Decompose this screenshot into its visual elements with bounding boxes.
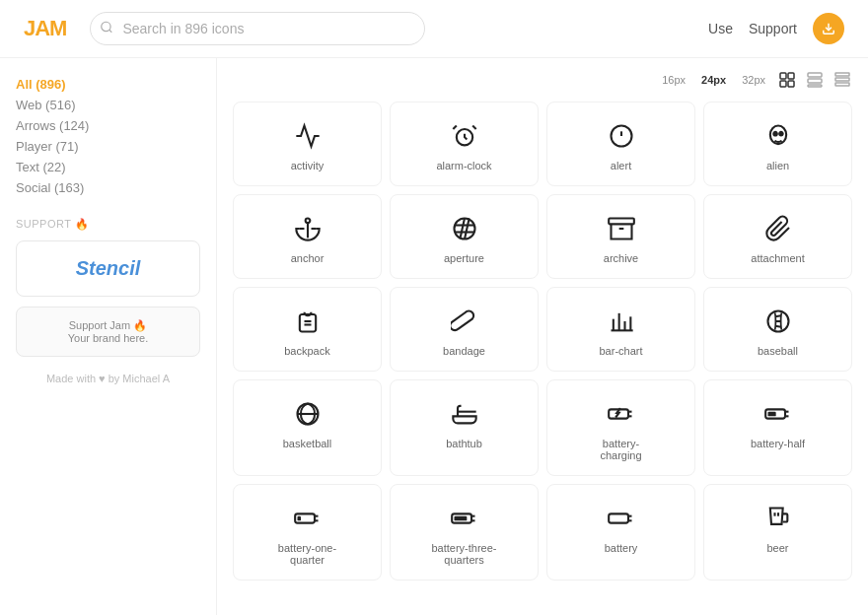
view-compact[interactable] [832,70,852,90]
svg-rect-5 [780,81,786,87]
icon-grid: activity alarm-clock alert [233,102,852,581]
icon-label-aperture: aperture [444,252,484,264]
alert-icon [608,122,635,150]
sponsor-text-2: Your brand here. [29,332,187,344]
archive-icon [608,215,635,242]
size-16px[interactable]: 16px [658,72,689,88]
icon-card-activity[interactable]: activity [233,102,382,186]
icon-card-battery-three-quarters[interactable]: battery-three- quarters [390,484,539,581]
icon-card-battery-half[interactable]: battery-half [703,379,852,476]
icon-card-bar-chart[interactable]: bar-chart [546,287,695,372]
view-list[interactable] [805,70,825,90]
bandage-icon [451,308,478,335]
sidebar-item-social[interactable]: Social (163) [16,177,200,198]
icon-card-baseball[interactable]: baseball [703,287,852,372]
sidebar-item-all[interactable]: All (896) [16,74,200,95]
svg-rect-33 [299,314,315,332]
svg-rect-53 [767,412,775,417]
svg-line-15 [472,126,476,130]
icon-label-bar-chart: bar-chart [599,345,642,357]
sidebar-item-text[interactable]: Text (22) [16,157,200,177]
svg-point-0 [102,22,110,31]
icon-card-battery[interactable]: battery [546,484,695,581]
view-outline[interactable] [777,70,797,90]
svg-line-46 [775,326,781,327]
content-area: 16px 24px 32px [217,58,868,615]
icon-label-bathtub: bathtub [446,438,482,449]
header-right: Use Support [708,13,844,44]
stencil-card[interactable]: Stencil [16,240,200,297]
battery-charging-icon [608,400,635,428]
icon-card-beer[interactable]: beer [703,484,852,581]
sponsor-card[interactable]: Support Jam 🔥 Your brand here. [16,307,200,357]
icon-label-battery-three-quarters: battery-three- quarters [431,542,496,566]
svg-line-29 [460,219,465,239]
icon-label-backpack: backpack [284,345,329,357]
battery-one-quarter-icon [294,505,322,532]
icon-card-alien[interactable]: alien [703,102,852,186]
size-24px[interactable]: 24px [697,72,730,88]
icon-card-bandage[interactable]: bandage [390,287,539,372]
icon-label-bandage: bandage [443,345,485,357]
icon-card-backpack[interactable]: backpack [233,287,382,372]
sidebar-item-web[interactable]: Web (516) [16,95,200,115]
battery-icon [608,505,635,532]
icon-label-attachment: attachment [751,252,804,264]
svg-rect-6 [788,81,794,87]
icon-card-aperture[interactable]: aperture [390,194,539,279]
icon-card-battery-charging[interactable]: battery- charging [546,379,695,476]
nav-use[interactable]: Use [708,21,733,36]
aperture-icon [451,215,478,242]
icon-label-alert: alert [611,160,631,171]
icon-card-archive[interactable]: archive [546,194,695,279]
nav-support[interactable]: Support [749,21,797,36]
svg-point-20 [773,132,777,136]
attachment-icon [764,215,792,242]
sidebar-item-player[interactable]: Player (71) [16,136,200,157]
icon-card-attachment[interactable]: attachment [703,194,852,279]
icon-label-battery-half: battery-half [751,438,805,449]
svg-point-21 [779,132,783,136]
icon-label-archive: archive [604,252,638,264]
svg-rect-11 [835,78,849,81]
size-32px[interactable]: 32px [738,72,769,88]
alien-icon [764,122,792,150]
icon-label-battery-one-quarter: battery-one- quarter [278,542,336,566]
search-input[interactable] [90,12,425,45]
bathtub-icon [451,400,478,428]
bar-chart-icon [608,308,635,335]
icon-card-bathtub[interactable]: bathtub [390,379,539,476]
main-layout: All (896) Web (516) Arrows (124) Player … [0,58,868,615]
icon-card-alarm-clock[interactable]: alarm-clock [390,102,539,186]
battery-three-quarters-icon [451,505,478,532]
backpack-icon [294,308,322,335]
icon-label-battery: battery [605,542,638,554]
icon-card-battery-one-quarter[interactable]: battery-one- quarter [233,484,382,581]
icon-card-basketball[interactable]: basketball [233,379,382,476]
sidebar-item-arrows[interactable]: Arrows (124) [16,115,200,136]
icon-card-anchor[interactable]: anchor [233,194,382,279]
icon-label-battery-charging: battery- charging [600,438,641,461]
svg-line-14 [453,126,457,130]
svg-rect-12 [835,83,849,86]
stencil-logo: Stencil [33,257,183,280]
svg-line-1 [109,30,112,33]
made-with: Made with ♥ by Michael A [16,373,200,384]
svg-rect-9 [808,85,822,87]
icon-label-baseball: baseball [758,345,798,357]
icon-label-alarm-clock: alarm-clock [436,160,491,171]
icon-card-alert[interactable]: alert [546,102,695,186]
category-list: All (896) Web (516) Arrows (124) Player … [16,74,200,198]
download-button[interactable] [813,13,844,44]
svg-rect-3 [780,73,786,79]
size-controls: 16px 24px 32px [233,70,852,90]
baseball-icon [764,308,792,335]
svg-rect-8 [808,79,822,83]
icon-label-activity: activity [291,160,325,171]
search-icon [100,21,113,37]
sponsor-text-1: Support Jam 🔥 [29,319,187,332]
beer-icon [764,505,792,532]
svg-rect-64 [609,513,628,522]
svg-rect-7 [808,73,822,77]
alarm-clock-icon [451,122,478,150]
